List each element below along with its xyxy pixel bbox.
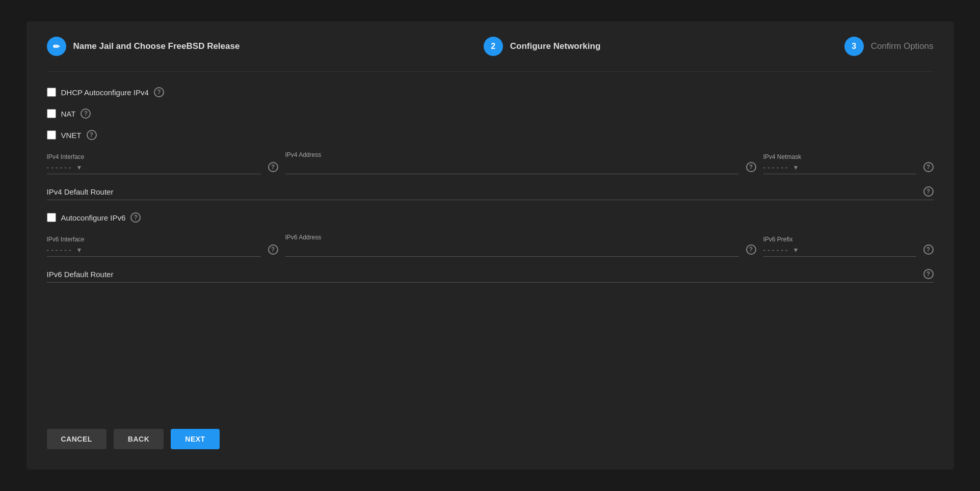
ipv4-netmask-label: IPv4 Netmask	[763, 153, 916, 160]
ipv4-netmask-group: IPv4 Netmask ------ ▼	[763, 153, 916, 174]
ipv6-interface-input-row: ------ ▼	[47, 246, 261, 257]
wizard-header: ✏ Name Jail and Choose FreeBSD Release 2…	[47, 37, 934, 72]
ipv6-interface-help-icon[interactable]: ?	[268, 244, 278, 255]
ipv4-interface-dash: ------	[47, 163, 73, 172]
ipv4-default-router-help-icon[interactable]: ?	[923, 186, 934, 197]
ipv4-address-label: IPv4 Address	[285, 151, 739, 158]
ipv6-address-group: IPv6 Address	[285, 234, 739, 257]
dhcp-help-icon[interactable]: ?	[154, 87, 164, 97]
ipv6-default-router-label: IPv6 Default Router	[47, 270, 114, 279]
step-3-circle: 3	[844, 37, 864, 56]
ipv4-default-router-label: IPv4 Default Router	[47, 187, 114, 196]
ipv6-auto-label: Autoconfigure IPv6	[61, 213, 126, 222]
ipv4-interface-arrow[interactable]: ▼	[76, 164, 82, 171]
step-2-circle: 2	[484, 37, 503, 56]
wizard-step-1: ✏ Name Jail and Choose FreeBSD Release	[47, 37, 240, 56]
step-2-label: Configure Networking	[510, 41, 601, 51]
ipv6-default-router-input[interactable]	[118, 269, 918, 279]
ipv6-interface-dash: ------	[47, 246, 73, 254]
nat-checkbox[interactable]	[47, 109, 56, 118]
ipv4-default-router-row: IPv4 Default Router ?	[47, 186, 934, 200]
cancel-button[interactable]: CANCEL	[47, 429, 107, 449]
ipv6-default-router-wrapper: IPv6 Default Router ?	[47, 269, 934, 283]
ipv6-interface-label: IPv6 Interface	[47, 236, 261, 243]
ipv4-netmask-dash: ------	[763, 163, 790, 172]
form-content: DHCP Autoconfigure IPv4 ? NAT ? VNET ? I…	[47, 87, 934, 449]
dhcp-row: DHCP Autoconfigure IPv4 ?	[47, 87, 934, 97]
ipv4-interface-input-row: ------ ▼	[47, 163, 261, 174]
next-button[interactable]: NEXT	[171, 429, 219, 449]
ipv6-interface-group: IPv6 Interface ------ ▼	[47, 236, 261, 257]
ipv4-address-input-row	[285, 161, 739, 174]
ipv4-default-router-wrapper: IPv4 Default Router ?	[47, 186, 934, 200]
ipv6-interface-arrow[interactable]: ▼	[76, 247, 82, 254]
ipv6-default-router-row: IPv6 Default Router ?	[47, 269, 934, 283]
ipv6-fields-row: IPv6 Interface ------ ▼ ? IPv6 Address ?…	[47, 234, 934, 257]
ipv4-default-router-input[interactable]	[118, 186, 918, 197]
ipv6-default-router-help-icon[interactable]: ?	[923, 269, 934, 279]
ipv4-netmask-arrow[interactable]: ▼	[792, 164, 799, 171]
wizard-step-3: 3 Confirm Options	[844, 37, 934, 56]
ipv4-address-input[interactable]	[285, 161, 739, 172]
step-3-label: Confirm Options	[871, 41, 934, 51]
ipv4-interface-group: IPv4 Interface ------ ▼	[47, 153, 261, 174]
ipv6-prefix-help-icon[interactable]: ?	[923, 244, 934, 255]
vnet-label: VNET	[61, 131, 82, 140]
button-row: CANCEL BACK NEXT	[47, 408, 934, 449]
ipv6-address-input-row	[285, 244, 739, 257]
nat-help-icon[interactable]: ?	[81, 108, 91, 119]
ipv6-auto-help-icon[interactable]: ?	[130, 212, 141, 223]
step-1-label: Name Jail and Choose FreeBSD Release	[73, 41, 240, 51]
ipv6-address-input[interactable]	[285, 244, 739, 254]
ipv6-prefix-input-row: ------ ▼	[763, 246, 916, 257]
ipv4-interface-help-icon[interactable]: ?	[268, 162, 278, 172]
ipv4-netmask-help-icon[interactable]: ?	[923, 162, 934, 172]
ipv6-auto-row: Autoconfigure IPv6 ?	[47, 212, 934, 223]
ipv4-address-group: IPv4 Address	[285, 151, 739, 174]
vnet-help-icon[interactable]: ?	[87, 130, 97, 140]
ipv4-fields-row: IPv4 Interface ------ ▼ ? IPv4 Address ?…	[47, 151, 934, 174]
nat-label: NAT	[61, 110, 76, 118]
ipv6-address-help-icon[interactable]: ?	[746, 244, 756, 255]
dhcp-label: DHCP Autoconfigure IPv4	[61, 88, 149, 97]
ipv4-interface-label: IPv4 Interface	[47, 153, 261, 160]
vnet-checkbox[interactable]	[47, 130, 56, 140]
ipv6-prefix-label: IPv6 Prefix	[763, 236, 916, 243]
vnet-row: VNET ?	[47, 130, 934, 140]
wizard-modal: ✏ Name Jail and Choose FreeBSD Release 2…	[27, 21, 954, 470]
ipv6-prefix-group: IPv6 Prefix ------ ▼	[763, 236, 916, 257]
ipv6-auto-checkbox[interactable]	[47, 213, 56, 222]
ipv6-prefix-arrow[interactable]: ▼	[792, 247, 799, 254]
step-1-circle: ✏	[47, 37, 66, 56]
dhcp-checkbox[interactable]	[47, 88, 56, 97]
nat-row: NAT ?	[47, 108, 934, 119]
ipv6-address-label: IPv6 Address	[285, 234, 739, 241]
ipv4-address-help-icon[interactable]: ?	[746, 162, 756, 172]
back-button[interactable]: BACK	[114, 429, 164, 449]
ipv6-prefix-dash: ------	[763, 246, 790, 254]
ipv4-netmask-input-row: ------ ▼	[763, 163, 916, 174]
wizard-step-2: 2 Configure Networking	[484, 37, 601, 56]
